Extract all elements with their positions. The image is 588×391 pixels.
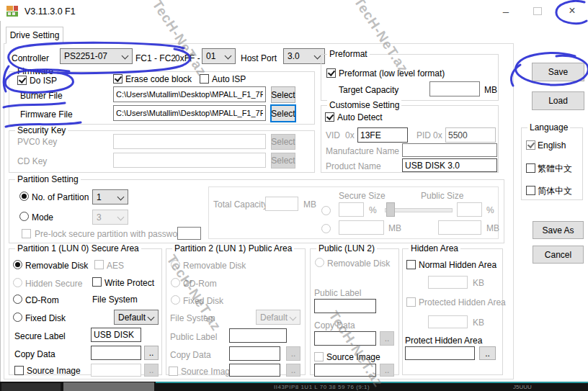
normal-hidden-area-label: Normal Hidden Area xyxy=(419,260,496,270)
auto-isp-label: Auto ISP xyxy=(212,74,246,84)
erase-code-block-checkbox[interactable] xyxy=(113,74,122,84)
p1-removable-disk-label: Removable Disk xyxy=(25,261,88,271)
public-percent-input xyxy=(457,202,482,217)
p2-source-image-input[interactable] xyxy=(229,364,280,377)
size-slider-thumb[interactable] xyxy=(386,202,395,217)
p1-write-protect-checkbox[interactable] xyxy=(92,277,102,287)
p1-cd-rom-radio[interactable] xyxy=(13,295,22,304)
target-capacity-input[interactable] xyxy=(429,81,480,96)
pvc0-key-input xyxy=(113,134,266,149)
target-capacity-mb-label: MB xyxy=(484,85,497,95)
partition1-group-title: Partition 1 (LUN 0) Secure Area xyxy=(15,243,141,254)
lun2-removable-disk-label: Removable Disk xyxy=(327,259,390,269)
total-capacity-mb-label: MB xyxy=(303,199,316,210)
lun2-source-image-input[interactable] xyxy=(314,364,376,377)
partition2-group-title: Partition 2 (LUN 1) Public Area xyxy=(172,243,294,254)
p2-public-label-input[interactable] xyxy=(229,328,287,343)
lun2-public-label-input[interactable] xyxy=(314,299,376,313)
mode-radio[interactable] xyxy=(19,212,29,221)
host-port-value: 3.0 xyxy=(288,51,300,61)
manufacture-name-input[interactable] xyxy=(402,143,497,157)
p2-copy-data-input[interactable] xyxy=(229,346,280,361)
secure-percent-input xyxy=(339,202,364,217)
public-lun2-group-title: Public (LUN 2) xyxy=(316,243,377,254)
p2-cd-rom-radio xyxy=(171,278,180,287)
p2-file-system-label: File System xyxy=(170,313,215,323)
window-left-border xyxy=(0,21,1,382)
p1-hidden-secure-radio xyxy=(13,278,22,287)
normal-hidden-area-checkbox[interactable] xyxy=(406,260,416,269)
size-mb-radio xyxy=(321,224,331,233)
preformat-group-title: Preformat xyxy=(327,49,370,60)
hidden-area-group-title: Hidden Area xyxy=(409,243,460,254)
chevron-down-icon xyxy=(122,53,129,60)
save-as-button[interactable]: Save As xyxy=(533,221,584,239)
p1-source-image-browse-button: .. xyxy=(144,364,159,377)
firmware-file-select-button[interactable]: Select xyxy=(270,104,296,122)
lun2-copy-data-input[interactable] xyxy=(314,331,376,346)
hex-prefix-label: 0xFF - xyxy=(175,53,200,63)
p1-file-system-select[interactable]: Default xyxy=(114,310,159,325)
cd-key-select-button: Select xyxy=(271,153,295,168)
prelock-checkbox xyxy=(22,229,31,238)
cancel-button[interactable]: Cancel xyxy=(533,246,584,264)
p1-source-image-checkbox[interactable] xyxy=(14,366,24,375)
prelock-password-input[interactable] xyxy=(177,227,201,240)
burner-file-input[interactable] xyxy=(113,86,266,102)
prelock-label: Pre-lock secure partition with password … xyxy=(35,229,190,239)
protect-hidden-area-browse-button[interactable]: .. xyxy=(479,346,496,360)
vid-input[interactable] xyxy=(357,127,408,143)
language-simplified-checkbox[interactable] xyxy=(526,186,535,195)
fc-select[interactable]: 01 xyxy=(202,48,236,64)
protected-hidden-area-checkbox xyxy=(406,297,416,307)
chevron-down-icon xyxy=(290,314,297,321)
firmware-file-input[interactable] xyxy=(113,105,266,121)
protect-hidden-area-input[interactable] xyxy=(405,346,475,360)
p1-removable-disk-radio[interactable] xyxy=(13,260,22,269)
tab-drive-setting-label: Drive Setting xyxy=(10,30,60,40)
pid-input[interactable] xyxy=(445,127,496,143)
load-button[interactable]: Load xyxy=(532,91,584,110)
lun2-public-label-label: Public Label xyxy=(314,288,361,298)
no-of-partition-select[interactable]: 1 xyxy=(92,189,128,205)
chevron-down-icon xyxy=(225,53,232,60)
no-of-partition-radio[interactable] xyxy=(19,192,29,201)
do-isp-checkbox[interactable] xyxy=(17,76,27,85)
size-slider-track[interactable] xyxy=(385,208,453,212)
p1-secure-label-input[interactable] xyxy=(91,328,141,342)
normal-hidden-area-input xyxy=(428,276,468,289)
host-port-select[interactable]: 3.0 xyxy=(283,48,325,64)
size-percent-radio xyxy=(321,206,331,215)
vid-0x-label: 0x xyxy=(345,130,355,140)
protected-hidden-area-label: Protected Hidden Area xyxy=(419,297,506,307)
auto-detect-checkbox[interactable] xyxy=(325,112,334,122)
p1-copy-data-browse-button[interactable]: .. xyxy=(144,346,159,360)
maximize-button[interactable] xyxy=(526,1,549,20)
language-english-checkbox xyxy=(526,140,535,150)
burner-file-select-button[interactable]: Select xyxy=(271,86,295,103)
close-button[interactable]: × xyxy=(561,1,584,20)
auto-isp-checkbox[interactable] xyxy=(200,74,209,84)
minimize-button[interactable]: – xyxy=(494,1,517,20)
p1-copy-data-input[interactable] xyxy=(91,346,141,360)
product-name-input[interactable] xyxy=(402,158,497,172)
p2-public-label-label: Public Label xyxy=(170,332,217,342)
p2-copy-data-browse-button: .. xyxy=(286,346,300,361)
preformat-checkbox[interactable] xyxy=(326,68,336,78)
pvc0-key-select-button: Select xyxy=(271,134,295,150)
chevron-down-icon xyxy=(148,314,155,321)
p2-removable-disk-radio xyxy=(171,260,180,269)
p2-fixed-disk-label: Fixed Disk xyxy=(183,296,223,306)
p1-fixed-disk-radio[interactable] xyxy=(13,313,22,322)
language-traditional-checkbox[interactable] xyxy=(526,163,535,173)
manufacture-name-label: Manufacture Name xyxy=(326,146,399,156)
p1-write-protect-label: Write Protect xyxy=(104,278,154,288)
protected-hidden-area-input xyxy=(428,315,468,328)
lun2-removable-disk-radio xyxy=(315,258,324,267)
controller-select[interactable]: PS2251-07 xyxy=(60,48,133,64)
save-button[interactable]: Save xyxy=(532,63,584,81)
tab-drive-setting[interactable]: Drive Setting xyxy=(6,27,63,44)
lun2-source-image-label: Source Image xyxy=(326,352,380,362)
p2-source-image-label: Source Image xyxy=(181,367,235,377)
public-percent-sign: % xyxy=(486,205,494,215)
